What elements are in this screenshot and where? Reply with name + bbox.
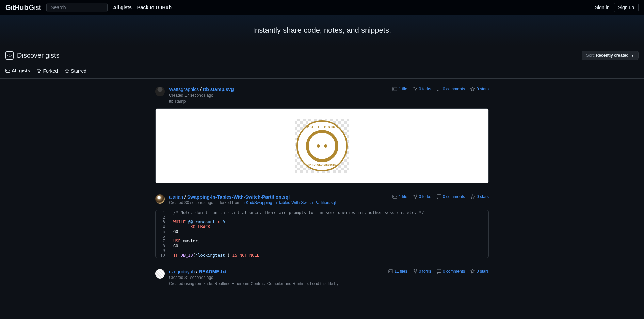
fork-source-link[interactable]: LitKnd/Swapping-In-Tables-With-Switch-Pa… (241, 200, 336, 205)
stat-files[interactable]: 1 file (392, 87, 407, 91)
svg-point-3 (39, 72, 40, 73)
svg-point-13 (414, 269, 415, 270)
line-number: 10 (156, 253, 169, 258)
separator: / (196, 269, 199, 274)
nav-back-to-github[interactable]: Back to GitHub (137, 5, 172, 10)
gist-preview-svg[interactable]: TAKE THE BISCUIT HAND ICED BISCUITS (155, 108, 489, 183)
logo[interactable]: GitHub Gist (5, 4, 41, 12)
tab-starred[interactable]: Starred (65, 65, 86, 78)
header-nav: All gists Back to GitHub (113, 5, 172, 10)
gist-user-link[interactable]: uzogoduyah (169, 269, 195, 274)
logo-light: Gist (29, 4, 41, 12)
avatar[interactable] (155, 269, 165, 279)
stat-comments[interactable]: 0 comments (437, 87, 465, 91)
gist-stats: 1 file 0 forks 0 comments 0 stars (392, 87, 489, 91)
svg-point-6 (416, 87, 417, 88)
separator: / (184, 194, 187, 200)
stamp-text-top: TAKE THE BISCUIT (305, 125, 339, 129)
gist-created: Created 31 seconds ago (169, 275, 338, 280)
subhead: <> Discover gists Sort: Recently created… (0, 46, 644, 65)
repo-forked-icon (37, 69, 42, 73)
line-number: 5 (156, 229, 169, 234)
stat-files[interactable]: 1 file (392, 194, 407, 199)
tabs: All gists Forked Starred (0, 65, 644, 79)
gist-description: Created using remix-ide: Realtime Ethere… (169, 281, 338, 286)
stat-forks[interactable]: 0 forks (413, 87, 431, 91)
stat-forks[interactable]: 0 forks (413, 194, 431, 199)
stat-comments-text: 0 comments (443, 194, 465, 199)
svg-point-10 (416, 195, 417, 196)
code-square-icon: <> (5, 51, 14, 60)
svg-point-14 (416, 269, 417, 270)
svg-point-1 (37, 69, 38, 70)
svg-point-9 (414, 195, 415, 196)
line-number: 8 (156, 244, 169, 248)
tab-forked-label: Forked (43, 68, 58, 74)
stat-comments-text: 0 comments (443, 269, 465, 274)
gist-item: Wattsgraphics / ttb stamp.svg Created 17… (155, 87, 489, 183)
sign-up-button[interactable]: Sign up (614, 3, 639, 12)
svg-point-11 (415, 198, 416, 199)
star-icon (65, 69, 69, 73)
stat-comments-text: 0 comments (443, 87, 465, 91)
hero-text: Instantly share code, notes, and snippet… (253, 26, 391, 34)
line-number: 9 (156, 248, 169, 253)
stat-comments[interactable]: 0 comments (437, 194, 465, 199)
gist-stats: 1 file 0 forks 0 comments 0 stars (392, 194, 489, 199)
gist-user-link[interactable]: alarian (169, 194, 183, 200)
stat-forks-text: 0 forks (419, 194, 431, 199)
sort-button[interactable]: Sort: Recently created ▼ (582, 51, 639, 60)
stat-stars[interactable]: 0 stars (470, 87, 489, 91)
biscuit-stamp-image: TAKE THE BISCUIT HAND ICED BISCUITS (295, 119, 349, 173)
svg-point-2 (40, 69, 41, 70)
gist-file-link[interactable]: Swapping-In-Tables-With-Switch-Partition… (187, 194, 290, 200)
stat-forks[interactable]: 0 forks (413, 269, 431, 274)
stat-stars[interactable]: 0 stars (470, 194, 489, 199)
gist-created: Created 17 seconds ago (169, 93, 234, 98)
header-left: GitHub Gist All gists Back to GitHub (5, 3, 172, 12)
separator: / (200, 87, 203, 92)
stat-stars-text: 0 stars (477, 269, 489, 274)
search-input[interactable] (46, 3, 108, 12)
gist-user-link[interactable]: Wattsgraphics (169, 87, 199, 92)
line-number: 7 (156, 239, 169, 244)
sort-value: Recently created (596, 53, 629, 58)
avatar[interactable] (155, 194, 165, 204)
gist-created: Created 30 seconds ago — forked from Lit… (169, 200, 336, 205)
gist-file-link[interactable]: ttb stamp.svg (203, 87, 234, 92)
chevron-down-icon: ▼ (631, 54, 634, 57)
code-icon (5, 68, 10, 73)
stat-files[interactable]: 11 files (388, 269, 407, 274)
line-number: 1 (156, 210, 169, 215)
sort-label: Sort: (586, 53, 595, 58)
hero: Instantly share code, notes, and snippet… (0, 15, 644, 46)
header: GitHub Gist All gists Back to GitHub Sig… (0, 0, 644, 15)
sign-in-link[interactable]: Sign in (595, 5, 610, 10)
avatar[interactable] (155, 87, 165, 96)
line-number: 4 (156, 224, 169, 229)
svg-point-7 (415, 90, 416, 91)
stamp-text-bottom: HAND ICED BISCUITS (308, 164, 336, 166)
gist-preview-code[interactable]: 1/* Note: don't run this all at once. Th… (155, 210, 489, 258)
stat-stars[interactable]: 0 stars (470, 269, 489, 274)
stat-files-text: 1 file (399, 87, 407, 91)
gist-list: Wattsgraphics / ttb stamp.svg Created 17… (150, 79, 494, 305)
stat-forks-text: 0 forks (419, 269, 431, 274)
tab-forked[interactable]: Forked (37, 65, 58, 78)
stat-comments[interactable]: 0 comments (437, 269, 465, 274)
tab-all-gists[interactable]: All gists (5, 65, 30, 78)
tab-all-label: All gists (12, 68, 30, 73)
header-right: Sign in Sign up (595, 3, 639, 12)
gist-file-link[interactable]: README.txt (199, 269, 227, 274)
logo-bold: GitHub (5, 4, 28, 12)
svg-point-15 (415, 272, 416, 273)
line-number: 3 (156, 220, 169, 224)
gist-header: Wattsgraphics / ttb stamp.svg Created 17… (155, 87, 489, 104)
gist-header: uzogoduyah / README.txt Created 31 secon… (155, 269, 489, 286)
gist-item: uzogoduyah / README.txt Created 31 secon… (155, 269, 489, 286)
gist-header: alarian / Swapping-In-Tables-With-Switch… (155, 194, 489, 205)
subhead-left: <> Discover gists (5, 51, 59, 60)
gist-item: alarian / Swapping-In-Tables-With-Switch… (155, 194, 489, 258)
stat-stars-text: 0 stars (477, 194, 489, 199)
nav-all-gists[interactable]: All gists (113, 5, 131, 10)
